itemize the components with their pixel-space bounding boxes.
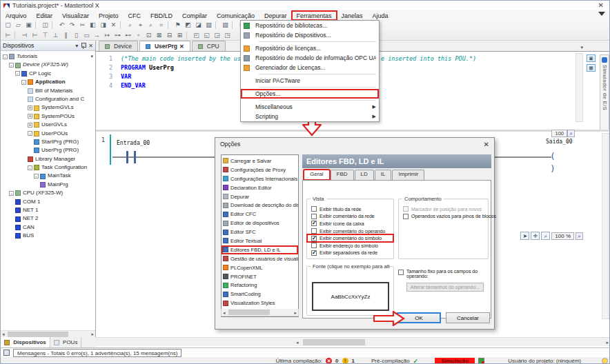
zoom-lens-icon[interactable]: ⌕ <box>567 130 575 137</box>
tree-item-bill-of-materials[interactable]: Bill of Materials <box>1 87 95 95</box>
tree-item-device[interactable]: - Device (XF325-W) <box>1 61 95 69</box>
tree-item-net1[interactable]: NET 1 <box>1 206 95 214</box>
scroll-left-icon[interactable]: ◂ <box>296 339 299 346</box>
checkbox[interactable]: ✓ <box>403 206 409 212</box>
tree-expander[interactable]: - <box>15 71 20 76</box>
toolbar-icon[interactable] <box>52 21 55 29</box>
menu-item-repositorio-licencas[interactable]: Repositório de licenças... <box>241 43 379 53</box>
cancel-button[interactable]: Cancelar <box>446 312 490 323</box>
st-zoom-value[interactable]: 100 <box>551 130 567 137</box>
menu-item-gerenciador-licencas[interactable]: Gerenciador de Licenças... <box>241 63 379 72</box>
editor-dropdown-icon[interactable]: ▾ <box>580 45 583 50</box>
insert-box-icon[interactable]: ⊞ <box>175 31 185 40</box>
category-configuracoes-proxy[interactable]: Configurações de Proxy <box>222 165 298 174</box>
category-editor-dispositivos[interactable]: Editor de dispositivos <box>222 219 298 228</box>
menu-item-opcoes[interactable]: Opções... <box>241 89 379 99</box>
scroll-thumb[interactable] <box>8 332 68 337</box>
checkbox[interactable]: ✓ <box>311 214 317 219</box>
checkbox[interactable]: ✓ <box>311 250 317 256</box>
tab-close-icon[interactable]: ✕ <box>179 43 184 50</box>
copy-icon[interactable]: ◧ <box>88 21 98 30</box>
category-list-hscrollbar[interactable]: ◂ ▸ <box>221 309 299 316</box>
tree-item-systempous[interactable]: + SystemPOUs <box>1 112 95 121</box>
panel-close-icon[interactable]: ✕ <box>88 43 93 49</box>
tree-item-application[interactable]: - Application <box>1 78 95 86</box>
scroll-right-icon[interactable]: ▸ <box>606 339 609 346</box>
checkbox[interactable]: ✓ <box>311 228 317 234</box>
coil-symbol[interactable]: ( ) <box>550 150 562 163</box>
category-carregar-e-salvar[interactable]: Carregar e Salvar <box>222 156 298 165</box>
simulator-side-tab[interactable]: Simulador de E/S <box>600 54 609 141</box>
menu-compilar[interactable]: Compilar <box>177 11 212 20</box>
toolbar-icon[interactable] <box>14 32 18 39</box>
category-editor-sfc[interactable]: Editor SFC <box>222 228 298 236</box>
reset-coil-icon[interactable]: ▭ <box>81 31 92 40</box>
option-exibir-separadores-da-rede[interactable]: ✓ Exibir separadores da rede <box>307 250 393 257</box>
menu-item-repositorio-opc-ua[interactable]: Repositório de modelo de informação OPC … <box>241 53 379 63</box>
tab-cpu[interactable]: CPU <box>192 41 226 51</box>
tree-item-cp-logic[interactable]: - CP Logic <box>1 70 95 78</box>
tree-item-startprg[interactable]: StartPrg (PRG) <box>1 138 95 146</box>
next-bookmark-icon[interactable]: ◪ <box>193 21 204 30</box>
prev-bookmark-icon[interactable]: ◩ <box>183 21 193 30</box>
tree-expander[interactable]: - <box>9 191 14 196</box>
function-block-icon[interactable]: ⊠ <box>154 31 164 40</box>
parallel-contact-icon[interactable]: ⊤ <box>40 31 50 40</box>
menu-item-miscellaneous[interactable]: Miscellaneous ▶ <box>241 102 379 112</box>
clear-bookmarks-icon[interactable]: ▨ <box>204 21 214 30</box>
contact-symbol[interactable] <box>126 151 136 163</box>
tree-item-can[interactable]: CAN <box>1 223 95 232</box>
tree-expander[interactable]: - <box>34 174 39 179</box>
menu-janelas[interactable]: Janelas <box>337 11 368 20</box>
assign-icon[interactable]: ⊟ <box>164 31 175 40</box>
tree-item-task-configuration[interactable]: - Task Configuration <box>1 163 95 172</box>
jump-icon[interactable]: → <box>92 31 102 40</box>
tree-expander[interactable]: - <box>28 131 32 136</box>
view-mode-icon[interactable]: ▣ <box>587 54 596 62</box>
option-operandos-vazios[interactable]: ✓ Operandos vazios para pinos de blocos <box>399 213 488 221</box>
negated-contact-icon[interactable]: ⊢ <box>30 31 40 40</box>
tree-item-cpu[interactable]: - CPU (XF325-W) <box>1 189 95 197</box>
option-exibir-endereco-do-simbolo[interactable]: ✓ Exibir endereço do símbolo <box>307 242 393 250</box>
tree-item-userpous[interactable]: - UserPOUs <box>1 130 95 138</box>
tree-item-mainprg[interactable]: MainPrg <box>1 181 95 189</box>
cut-icon[interactable]: ✂ <box>77 21 88 30</box>
toolbar-icon[interactable] <box>168 21 171 29</box>
tree-item-bus[interactable]: BUS <box>1 232 95 240</box>
menu-depurar[interactable]: Depurar <box>259 11 292 20</box>
find-icon[interactable]: ⌕ <box>125 21 135 30</box>
zoom-fit-icon[interactable]: ⌕ <box>575 232 583 240</box>
checkbox[interactable]: ✓ <box>311 206 317 212</box>
category-editor-cfc[interactable]: Editor CFC <box>222 210 298 219</box>
tree-expander[interactable]: - <box>3 54 8 59</box>
tab-device[interactable]: Device <box>99 41 138 51</box>
tree-item-maintask[interactable]: - MainTask <box>1 172 95 180</box>
toolbar-icon[interactable] <box>35 21 39 29</box>
scroll-right-icon[interactable]: ▸ <box>294 310 297 316</box>
alter-sizes-button[interactable]: Alterar tamanhos do operando... <box>406 283 484 292</box>
option-exibir-comentario-do-simbolo[interactable]: ✓ Exibir comentário do símbolo <box>307 234 393 242</box>
menu-item-repositorio-dispositivos[interactable]: Repositório de Dispositivos... <box>241 30 379 40</box>
export-icon[interactable]: ▧ <box>220 21 230 30</box>
menu-ajuda[interactable]: Ajuda <box>368 11 393 20</box>
tree-item-tutoriais[interactable]: - Tutoriais <box>1 52 95 61</box>
menu-ferramentas[interactable]: Ferramentas <box>292 11 337 20</box>
category-depurar[interactable]: Depurar <box>222 192 298 201</box>
contact-label[interactable]: Entrada_00 <box>117 140 150 146</box>
category-plcopenxml[interactable]: PLCopenXML <box>222 263 298 272</box>
dialog-title-bar[interactable]: Opções ✕ <box>215 138 494 150</box>
toolbar-icon[interactable] <box>186 32 190 39</box>
category-download-descricao[interactable]: Download de descrição do disposit <box>222 201 298 210</box>
redo-icon[interactable]: ↷ <box>67 21 77 30</box>
delete-icon[interactable]: ✕ <box>108 21 119 30</box>
tree-item-library-manager[interactable]: Library Manager <box>1 155 95 163</box>
category-smartcoding[interactable]: SmartCoding <box>222 290 298 299</box>
font-sample-box[interactable]: AaBbCcXxYyZz <box>312 282 389 311</box>
grid-view-icon[interactable]: ▦ <box>587 64 596 72</box>
network-icon[interactable]: ⊢ <box>3 31 13 40</box>
dialog-close-icon[interactable]: ✕ <box>484 141 489 148</box>
menu-item-scripting[interactable]: Scripting ▶ <box>241 112 379 121</box>
checkbox[interactable]: ✓ <box>403 214 409 219</box>
print-icon[interactable]: ◫ <box>40 21 50 30</box>
category-editores-fbd-ld-il[interactable]: Editores FBD, LD e IL <box>222 245 298 254</box>
